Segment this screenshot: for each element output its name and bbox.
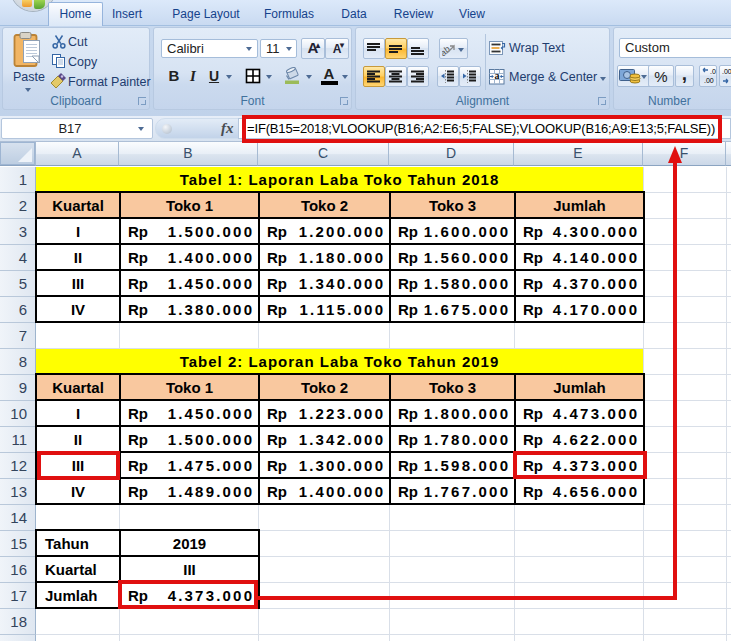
svg-text:.00: .00	[722, 68, 731, 75]
svg-text:.00: .00	[704, 77, 714, 84]
svg-text:.0: .0	[710, 68, 716, 75]
svg-text:a: a	[495, 70, 500, 81]
